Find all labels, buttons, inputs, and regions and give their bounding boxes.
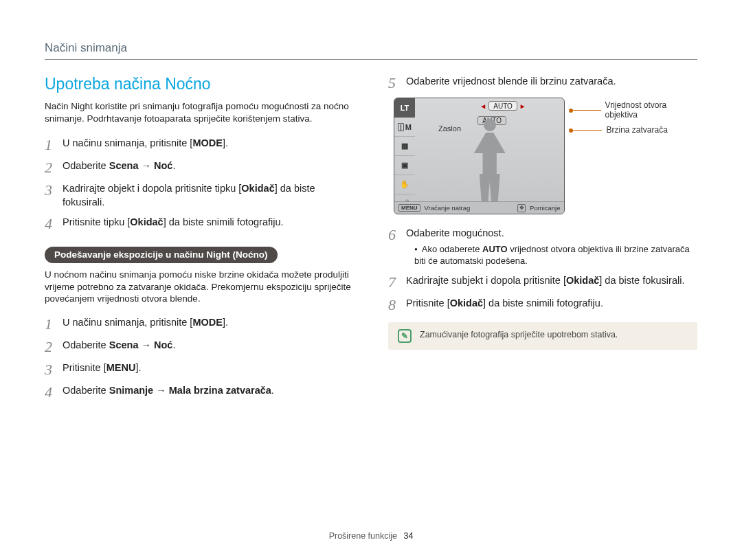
step-number: 4 (45, 216, 63, 232)
screen-aperture-row: ◄ AUTO ► (477, 101, 528, 111)
step-sub-item: Ako odaberete AUTO vrijednost otvora obj… (414, 243, 697, 267)
screen-hand-icon: ✋ (394, 175, 415, 194)
step-text: Odaberite Scena → Noć. (63, 159, 354, 173)
note-text: Zamućivanje fotografija spriječite upotr… (420, 329, 618, 340)
step-text: Odaberite vrijednost blende ili brzinu z… (406, 75, 697, 89)
step-item: 1 U načinu snimanja, pritisnite [MODE]. (45, 137, 354, 153)
step-number: 8 (388, 298, 406, 313)
screen-main: ◄ AUTO ► AUTO Zaslon (415, 98, 564, 201)
step-item: 6 Odaberite mogućnost. Ako odaberete AUT… (388, 227, 697, 267)
section-header: Načini snimanja (45, 41, 697, 60)
footer-label: Proširene funkcije (329, 531, 397, 541)
callout-line (572, 110, 600, 111)
step-item: 2 Odaberite Scena → Noć. (45, 339, 354, 355)
step-item: 4 Odaberite Snimanje → Mala brzina zatva… (45, 384, 354, 400)
screen-bottom-bar: MENU Vraćanje natrag ✥ Pomicanje (394, 201, 564, 214)
left-column: Upotreba načina Noćno Način Night korist… (45, 75, 354, 415)
back-label: Vraćanje natrag (425, 204, 471, 212)
screen-callouts: Vrijednost otvora objektiva Brzina zatva… (572, 100, 697, 135)
step-text: U načinu snimanja, pritisnite [MODE]. (63, 316, 354, 330)
callout-shutter: Brzina zatvarača (572, 125, 697, 135)
note-box: ✎ Zamućivanje fotografija spriječite upo… (388, 322, 697, 350)
step-text: U načinu snimanja, pritisnite [MODE]. (63, 137, 354, 150)
step-item: 3 Kadrirajte objekt i dopola pritisnite … (45, 182, 354, 209)
step-number: 2 (45, 339, 63, 355)
callout-line (572, 130, 602, 131)
step-item: 7 Kadrirajte subjekt i dopola pritisnite… (388, 274, 697, 290)
step-number: 6 (388, 227, 406, 243)
step-item: 5 Odaberite vrijednost blende ili brzinu… (388, 75, 697, 91)
subsection-pill: Podešavanje ekspozicije u načinu Night (… (45, 247, 278, 263)
step-item: 8 Pritisnite [Okidač] da biste snimili f… (388, 297, 697, 313)
step-item: 4 Pritisnite tipku [Okidač] da biste sni… (45, 216, 354, 232)
step-text: Pritisnite tipku [Okidač] da biste snimi… (63, 216, 354, 229)
mode-m-icon: |M (394, 117, 415, 137)
page-number: 34 (403, 531, 413, 541)
arrow-left-icon: ◄ (480, 102, 486, 110)
arrow-right-icon: ► (519, 102, 526, 110)
mode-lt-icon: LT (394, 98, 415, 117)
step-item: 1 U načinu snimanja, pritisnite [MODE]. (45, 316, 354, 332)
step-number: 2 (45, 160, 63, 175)
step-number: 3 (45, 362, 63, 377)
step-text: Pritisnite [Okidač] da biste snimili fot… (406, 297, 697, 311)
screen-mode-icon: ▣ (394, 156, 415, 175)
camera-screen-wrap: LT |M ▦ ▣ ✋ 🎤 ◄ AUTO ► (394, 98, 697, 214)
aperture-value: AUTO (488, 101, 517, 111)
step-text: Odaberite Scena → Noć. (63, 339, 354, 352)
step-text: Odaberite mogućnost. Ako odaberete AUTO … (406, 227, 697, 267)
right-column: 5 Odaberite vrijednost blende ili brzinu… (388, 75, 697, 415)
move-label: Pomicanje (530, 204, 560, 212)
step-number: 4 (45, 385, 63, 400)
intro-text: Način Night koristite pri snimanju fotog… (45, 100, 354, 124)
screen-zaslon-label: Zaslon (438, 124, 461, 133)
callout-aperture: Vrijednost otvora objektiva (572, 100, 697, 120)
step-item: 3 Pritisnite [MENU]. (45, 361, 354, 377)
step-number: 3 (45, 183, 63, 198)
page-footer: Proširene funkcije 34 (0, 531, 742, 541)
step-text: Pritisnite [MENU]. (63, 361, 354, 375)
nav-icon: ✥ (517, 204, 526, 212)
note-icon: ✎ (398, 329, 412, 343)
menu-label: MENU (398, 204, 420, 212)
step-text: Odaberite Snimanje → Mala brzina zatvara… (63, 384, 354, 398)
silhouette-figure (469, 119, 510, 201)
screen-settings-icon: ▦ (394, 137, 415, 156)
step-number: 7 (388, 275, 406, 290)
sub-intro: U noćnom načinu snimanja pomoću niske br… (45, 269, 354, 305)
steps-a: 1 U načinu snimanja, pritisnite [MODE]. … (45, 137, 354, 232)
step-number: 1 (45, 317, 63, 332)
step-text: Kadrirajte objekt i dopola pritisnite ti… (63, 182, 354, 209)
camera-screen: LT |M ▦ ▣ ✋ 🎤 ◄ AUTO ► (394, 98, 565, 214)
steps-b: 1 U načinu snimanja, pritisnite [MODE]. … (45, 316, 354, 400)
page-title: Upotreba načina Noćno (45, 75, 354, 93)
step-text: Kadrirajte subjekt i dopola pritisnite [… (406, 274, 697, 288)
screen-left-icons: LT |M ▦ ▣ ✋ 🎤 (394, 98, 415, 214)
step-number: 5 (388, 76, 406, 91)
step-number: 1 (45, 137, 63, 153)
step-item: 2 Odaberite Scena → Noć. (45, 159, 354, 175)
